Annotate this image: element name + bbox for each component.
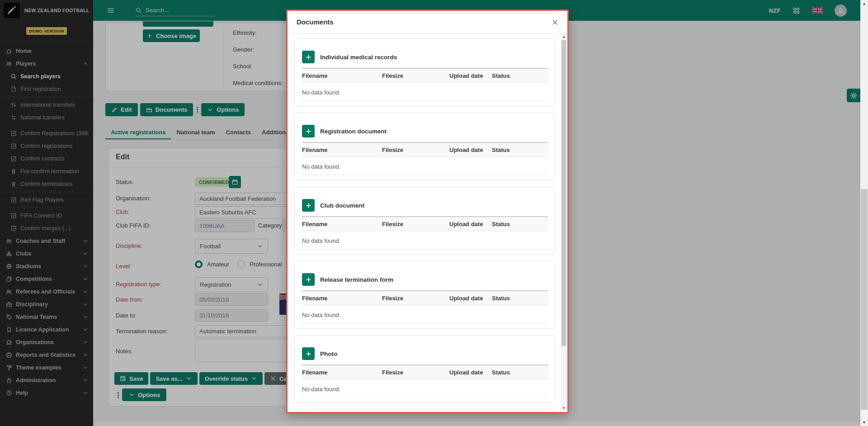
document-section-title: Photo	[320, 350, 337, 357]
modal-header: Documents	[288, 11, 567, 33]
scroll-down-arrow-icon[interactable]: ▼	[561, 406, 566, 411]
documents-modal: Documents Individual medical records Fil…	[286, 9, 569, 413]
filesize-column-header: Filesize	[382, 369, 449, 376]
filename-column-header: Filename	[302, 72, 382, 79]
no-data-row: No data found.	[302, 307, 548, 323]
upload-date-column-header: Upload date	[449, 369, 487, 376]
modal-body: Individual medical records Filename File…	[288, 33, 567, 412]
filesize-column-header: Filesize	[382, 147, 449, 153]
close-icon	[552, 19, 558, 26]
filename-column-header: Filename	[302, 221, 382, 227]
document-section-card: Registration document Filename Filesize …	[294, 113, 555, 180]
document-section-title: Club document	[320, 202, 364, 209]
no-data-row: No data found.	[302, 85, 548, 101]
filesize-column-header: Filesize	[382, 72, 449, 79]
modal-scrollbar[interactable]: ▲ ▼	[561, 34, 566, 411]
filename-column-header: Filename	[302, 369, 382, 376]
filename-column-header: Filename	[302, 147, 382, 153]
status-column-header: Status	[487, 147, 548, 153]
add-document-button[interactable]	[302, 199, 315, 212]
filesize-column-header: Filesize	[382, 295, 449, 302]
status-column-header: Status	[487, 221, 548, 227]
document-section-card: Release termination form Filename Filesi…	[294, 261, 555, 329]
scroll-up-arrow-icon[interactable]: ▲	[561, 34, 566, 40]
modal-scrollbar-thumb[interactable]	[561, 40, 566, 346]
document-section-card: Filename Filesize Upload date Status No …	[294, 409, 555, 412]
document-table-header: Filename Filesize Upload date Status	[302, 364, 548, 379]
no-data-row: No data found.	[302, 381, 548, 398]
upload-date-column-header: Upload date	[449, 147, 487, 153]
upload-date-column-header: Upload date	[449, 221, 487, 227]
filesize-column-header: Filesize	[382, 221, 449, 227]
no-data-row: No data found.	[302, 159, 548, 175]
filename-column-header: Filename	[302, 295, 382, 302]
document-table-header: Filename Filesize Upload date Status	[302, 290, 548, 305]
add-document-button[interactable]	[302, 347, 315, 360]
upload-date-column-header: Upload date	[449, 72, 487, 79]
plus-icon	[305, 350, 312, 357]
document-section-card: Individual medical records Filename File…	[294, 38, 555, 106]
add-document-button[interactable]	[302, 125, 315, 137]
plus-icon	[305, 54, 312, 61]
document-section-title: Registration document	[320, 128, 387, 135]
plus-icon	[305, 128, 312, 135]
add-document-button[interactable]	[302, 51, 315, 63]
no-data-row: No data found.	[302, 233, 548, 249]
plus-icon	[305, 276, 312, 283]
status-column-header: Status	[487, 369, 548, 376]
document-table-header: Filename Filesize Upload date Status	[302, 216, 548, 231]
document-section-card: Photo Filename Filesize Upload date Stat…	[294, 335, 555, 403]
modal-close-button[interactable]	[549, 17, 560, 28]
status-column-header: Status	[487, 295, 548, 302]
plus-icon	[305, 202, 312, 209]
document-section-title: Release termination form	[320, 276, 393, 283]
page-scrollbar[interactable]: ▲ ▼	[860, 0, 868, 426]
status-column-header: Status	[487, 72, 548, 79]
add-document-button[interactable]	[302, 273, 315, 286]
document-table-header: Filename Filesize Upload date Status	[302, 142, 548, 157]
scroll-up-arrow-icon[interactable]: ▲	[860, 0, 868, 7]
modal-title: Documents	[297, 18, 334, 26]
upload-date-column-header: Upload date	[449, 295, 487, 302]
document-section-title: Individual medical records	[320, 54, 397, 61]
application-window: NEW ZEALAND FOOTBALL DEMO VERSION Home P…	[0, 0, 868, 426]
page-scrollbar-thumb[interactable]	[861, 189, 868, 410]
document-section-card: Club document Filename Filesize Upload d…	[294, 187, 555, 255]
scroll-down-arrow-icon[interactable]: ▼	[860, 419, 868, 426]
document-table-header: Filename Filesize Upload date Status	[302, 68, 548, 83]
